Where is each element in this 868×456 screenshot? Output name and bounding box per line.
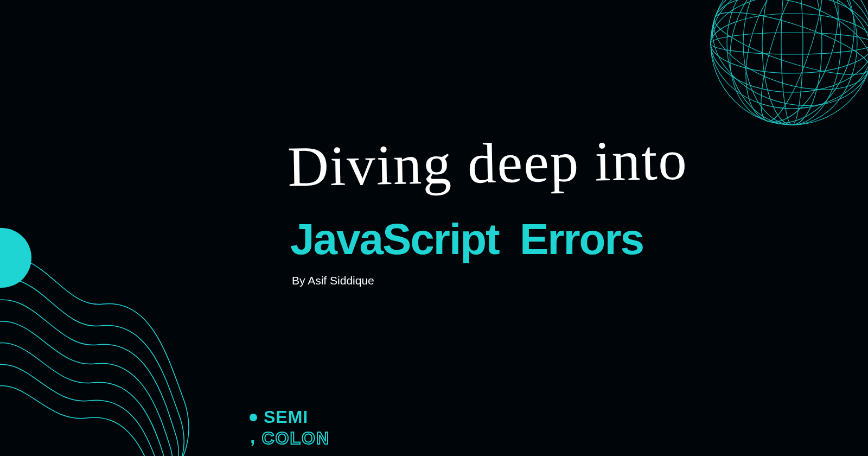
svg-point-11	[710, 0, 868, 140]
wave-lines-decoration	[0, 228, 206, 456]
logo-comma-icon: ,	[250, 432, 255, 441]
wireframe-globe-decoration	[684, 0, 868, 152]
logo-text-semi: SEMI	[264, 407, 308, 427]
heading-bold: JavaScript Errors	[290, 214, 643, 264]
svg-point-13	[702, 0, 868, 107]
svg-point-10	[728, 0, 856, 134]
logo-dot-icon	[250, 414, 257, 421]
byline: By Asif Siddique	[292, 274, 374, 287]
heading-script: Diving deep into	[287, 127, 688, 200]
logo-text-colon: COLON	[261, 428, 330, 448]
svg-point-5	[711, 33, 868, 54]
semicolon-logo: SEMI , COLON	[250, 407, 330, 448]
